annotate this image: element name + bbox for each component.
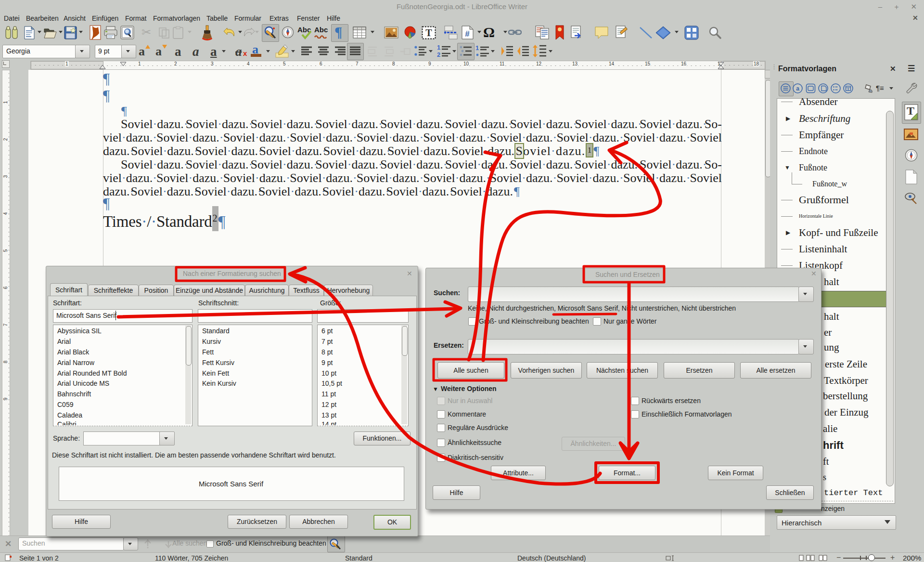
svg-text:2: 2 bbox=[437, 51, 440, 58]
svg-text:#: # bbox=[465, 29, 470, 39]
svg-text:T: T bbox=[425, 27, 432, 38]
svg-text:1: 1 bbox=[437, 44, 440, 51]
svg-text:a: a bbox=[796, 85, 799, 92]
svg-text:1: 1 bbox=[475, 44, 479, 52]
svg-text:T: T bbox=[907, 105, 914, 117]
